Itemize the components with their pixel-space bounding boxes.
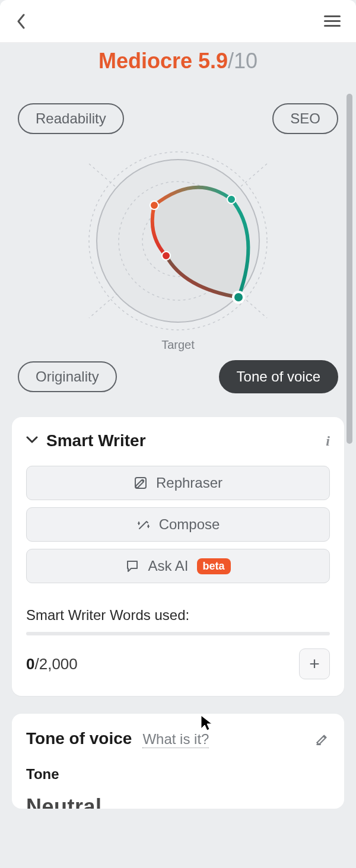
smart-writer-title: Smart Writer xyxy=(46,431,146,450)
plus-icon: + xyxy=(309,654,320,674)
svg-point-11 xyxy=(162,252,170,260)
top-bar xyxy=(0,0,356,43)
pencil-icon xyxy=(314,730,330,745)
smart-writer-actions: Rephraser Compose Ask AI beta xyxy=(26,466,330,583)
pill-seo[interactable]: SEO xyxy=(272,103,338,134)
smart-writer-header: Smart Writer i xyxy=(26,431,330,450)
metric-pills-bottom: Originality Tone of voice xyxy=(12,360,344,393)
back-chevron-icon xyxy=(17,14,26,29)
edit-icon xyxy=(134,476,148,490)
tone-header: Tone of voice What is it? xyxy=(26,729,330,748)
radar-svg xyxy=(71,140,285,342)
what-is-it-link[interactable]: What is it? xyxy=(142,731,209,748)
radar-chart xyxy=(12,140,344,342)
edit-tone-button[interactable] xyxy=(314,730,330,748)
wand-icon xyxy=(136,517,151,532)
pill-tone-of-voice[interactable]: Tone of voice xyxy=(219,360,338,393)
usage-row: 0/2,000 + xyxy=(26,648,330,679)
hamburger-icon xyxy=(324,15,341,17)
tone-title: Tone of voice xyxy=(26,729,132,748)
svg-point-9 xyxy=(227,195,236,204)
rephraser-label: Rephraser xyxy=(156,475,223,491)
score-value: 5.9 xyxy=(198,49,228,73)
menu-button[interactable] xyxy=(324,11,345,32)
score-label: Mediocre xyxy=(98,49,192,73)
ask-ai-label: Ask AI xyxy=(148,558,188,574)
svg-rect-12 xyxy=(135,478,146,488)
svg-point-10 xyxy=(233,292,244,303)
usage-label: Smart Writer Words used: xyxy=(26,607,330,624)
usage-max: /2,000 xyxy=(34,655,77,673)
metric-pills-top: Readability SEO xyxy=(12,103,344,134)
pill-readability[interactable]: Readability xyxy=(18,103,124,134)
compose-label: Compose xyxy=(159,516,220,533)
usage-current: 0 xyxy=(26,655,34,673)
pill-originality[interactable]: Originality xyxy=(18,361,117,392)
ask-ai-button[interactable]: Ask AI beta xyxy=(26,549,330,583)
score-max: /10 xyxy=(228,49,258,73)
add-words-button[interactable]: + xyxy=(299,648,330,679)
collapse-toggle[interactable] xyxy=(26,435,38,446)
usage-value: 0/2,000 xyxy=(26,655,78,673)
content: Mediocre 5.9/10 Readability SEO xyxy=(0,49,356,832)
scroll-area[interactable]: Mediocre 5.9/10 Readability SEO xyxy=(0,43,356,868)
app-root: Mediocre 5.9/10 Readability SEO xyxy=(0,0,356,868)
chevron-down-icon xyxy=(26,435,38,444)
tone-value: Neutral xyxy=(26,794,330,809)
overall-score: Mediocre 5.9/10 xyxy=(12,49,344,74)
svg-point-8 xyxy=(150,201,158,209)
beta-badge: beta xyxy=(197,558,231,574)
chat-icon xyxy=(125,559,139,573)
back-button[interactable] xyxy=(11,11,32,32)
info-icon[interactable]: i xyxy=(326,433,330,449)
scrollbar-thumb[interactable] xyxy=(347,94,352,444)
smart-writer-card: Smart Writer i Rephraser Compose xyxy=(12,417,344,696)
compose-button[interactable]: Compose xyxy=(26,507,330,542)
tone-of-voice-card: Tone of voice What is it? Tone Neutral xyxy=(12,714,344,809)
usage-bar xyxy=(26,632,330,635)
tone-sublabel: Tone xyxy=(26,766,330,783)
rephraser-button[interactable]: Rephraser xyxy=(26,466,330,500)
